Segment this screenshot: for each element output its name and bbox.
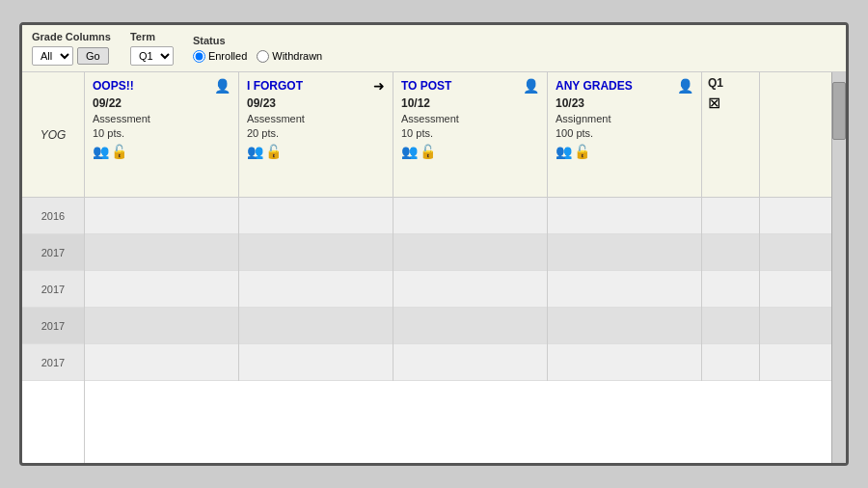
yog-row: 2017 [22, 271, 84, 308]
col-icons-topost: 👥 🔓 [401, 144, 539, 159]
col-type-topost: Assessment [401, 113, 539, 124]
enrolled-label: Enrolled [208, 50, 247, 62]
grade-col-header-oops: OOPS!! 👤 09/22 Assessment 10 pts. 👥 🔓 [85, 72, 239, 197]
grade-cell[interactable] [239, 308, 393, 344]
group-icon-oops: 👥 [93, 144, 109, 159]
grade-cell[interactable] [85, 198, 239, 234]
yog-label: YOG [41, 128, 67, 142]
grade-cell[interactable] [548, 271, 702, 308]
grade-data-row [85, 308, 831, 344]
grade-cell[interactable] [393, 198, 548, 234]
grade-cell[interactable] [239, 234, 393, 271]
grade-col-header-anygrades: ANY GRADES 👤 10/23 Assignment 100 pts. 👥… [548, 72, 702, 197]
col-date-iforgot: 09/23 [247, 96, 385, 110]
grade-data-row [85, 198, 831, 234]
grade-columns-label: Grade Columns [32, 31, 111, 42]
grade-cell[interactable] [548, 308, 702, 344]
q1-cell[interactable] [702, 198, 760, 234]
lock-icon-iforgot[interactable]: 🔓 [265, 144, 282, 159]
grade-cell[interactable] [85, 344, 239, 381]
yog-row: 2017 [22, 234, 84, 271]
grade-col-header-topost: TO POST 👤 10/12 Assessment 10 pts. 👥 🔓 [393, 72, 548, 197]
grade-cell[interactable] [85, 308, 239, 344]
col-pts-oops: 10 pts. [93, 127, 231, 139]
lock-icon-oops[interactable]: 🔓 [111, 144, 127, 159]
grade-cell[interactable] [85, 271, 239, 308]
yog-column: YOG 2016 2017 2017 2017 2017 [22, 72, 85, 463]
group-icon-iforgot: 👥 [247, 144, 263, 159]
col-title-oops[interactable]: OOPS!! [93, 79, 134, 93]
grade-data-row [85, 271, 831, 308]
col-type-iforgot: Assessment [247, 113, 385, 124]
col-pts-topost: 10 pts. [401, 127, 539, 139]
main-content: YOG 2016 2017 2017 2017 2017 OOPS!! 👤 [22, 72, 846, 463]
col-pts-iforgot: 20 pts. [247, 127, 385, 139]
grade-cell[interactable] [393, 344, 548, 381]
q1-icon[interactable]: ⊠ [708, 94, 720, 112]
grade-cell[interactable] [393, 271, 548, 308]
col-pts-anygrades: 100 pts. [556, 127, 693, 139]
grade-data-row [85, 234, 831, 271]
lock-icon-anygrades[interactable]: 🔓 [574, 144, 590, 159]
col-title-topost[interactable]: TO POST [401, 79, 451, 93]
go-button[interactable]: Go [77, 47, 109, 65]
grade-cell[interactable] [548, 198, 702, 234]
grade-cell[interactable] [239, 344, 393, 381]
grade-cell[interactable] [393, 234, 548, 271]
yog-rows: 2016 2017 2017 2017 2017 [22, 198, 84, 463]
lock-icon-topost[interactable]: 🔓 [420, 144, 436, 159]
person-icon-iforgot[interactable]: ➜ [373, 78, 385, 94]
col-icons-oops: 👥 🔓 [93, 144, 231, 159]
col-date-oops: 09/22 [93, 96, 231, 110]
grade-columns-filter: Grade Columns All Go [32, 31, 111, 66]
yog-header: YOG [22, 72, 84, 198]
grade-cell[interactable] [239, 198, 393, 234]
term-filter: Term Q1 [130, 31, 174, 66]
vertical-scrollbar[interactable] [831, 72, 846, 463]
grade-cell[interactable] [239, 271, 393, 308]
status-filter: Status Enrolled Withdrawn [193, 35, 322, 63]
grade-header-row: OOPS!! 👤 09/22 Assessment 10 pts. 👥 🔓 I … [85, 72, 831, 198]
grade-data-rows [85, 198, 831, 463]
group-icon-topost: 👥 [401, 144, 418, 159]
col-date-topost: 10/12 [401, 96, 539, 110]
grade-cell[interactable] [85, 234, 239, 271]
grade-columns-wrapper: OOPS!! 👤 09/22 Assessment 10 pts. 👥 🔓 I … [85, 72, 831, 463]
col-type-oops: Assessment [93, 113, 231, 124]
q1-cell[interactable] [702, 308, 760, 344]
term-label: Term [130, 31, 174, 42]
grade-cell[interactable] [548, 234, 702, 271]
q1-cell[interactable] [702, 344, 760, 381]
yog-row: 2017 [22, 344, 84, 381]
col-date-anygrades: 10/23 [556, 96, 693, 110]
person-icon-topost[interactable]: 👤 [523, 78, 539, 94]
withdrawn-radio[interactable]: Withdrawn [257, 50, 322, 63]
yog-row: 2016 [22, 198, 84, 234]
filter-bar: Grade Columns All Go Term Q1 Status Enr [22, 25, 846, 72]
status-label: Status [193, 35, 322, 46]
q1-cell[interactable] [702, 234, 760, 271]
main-window: Grade Columns All Go Term Q1 Status Enr [19, 22, 849, 466]
grade-col-header-iforgot: I FORGOT ➜ 09/23 Assessment 20 pts. 👥 🔓 [239, 72, 393, 197]
grade-data-row [85, 344, 831, 381]
person-icon-oops[interactable]: 👤 [214, 78, 231, 94]
col-type-anygrades: Assignment [556, 113, 693, 124]
q1-label: Q1 [708, 76, 723, 90]
col-title-iforgot[interactable]: I FORGOT [247, 79, 303, 93]
yog-row: 2017 [22, 308, 84, 344]
person-icon-anygrades[interactable]: 👤 [677, 78, 693, 94]
grade-columns-select[interactable]: All [32, 46, 73, 66]
enrolled-radio[interactable]: Enrolled [193, 50, 247, 63]
group-icon-anygrades: 👥 [556, 144, 572, 159]
q1-col-header: Q1 ⊠ [702, 72, 760, 197]
col-title-anygrades[interactable]: ANY GRADES [556, 79, 633, 93]
term-select[interactable]: Q1 [130, 46, 174, 66]
scrollbar-thumb[interactable] [832, 82, 846, 140]
col-icons-anygrades: 👥 🔓 [556, 144, 693, 159]
grade-cell[interactable] [548, 344, 702, 381]
grade-cell[interactable] [393, 308, 548, 344]
col-icons-iforgot: 👥 🔓 [247, 144, 385, 159]
q1-cell[interactable] [702, 271, 760, 308]
withdrawn-label: Withdrawn [272, 50, 322, 62]
